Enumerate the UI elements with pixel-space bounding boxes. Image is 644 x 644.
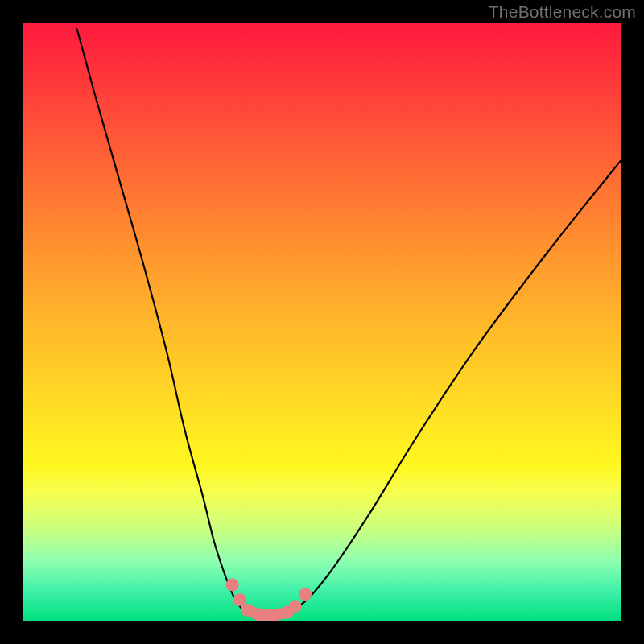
marker-dot [268,609,281,621]
curve-left-branch [77,29,245,611]
marker-dot [226,578,239,591]
watermark-text: TheBottleneck.com [489,2,636,22]
curve-right-branch [292,161,621,611]
marker-dot [299,588,312,601]
chart-area [23,23,621,621]
marker-dots-group [226,578,312,621]
marker-dot [241,604,254,617]
marker-dot [233,593,246,606]
marker-dot [253,609,266,621]
marker-dot [289,600,302,613]
chart-svg [23,23,621,621]
